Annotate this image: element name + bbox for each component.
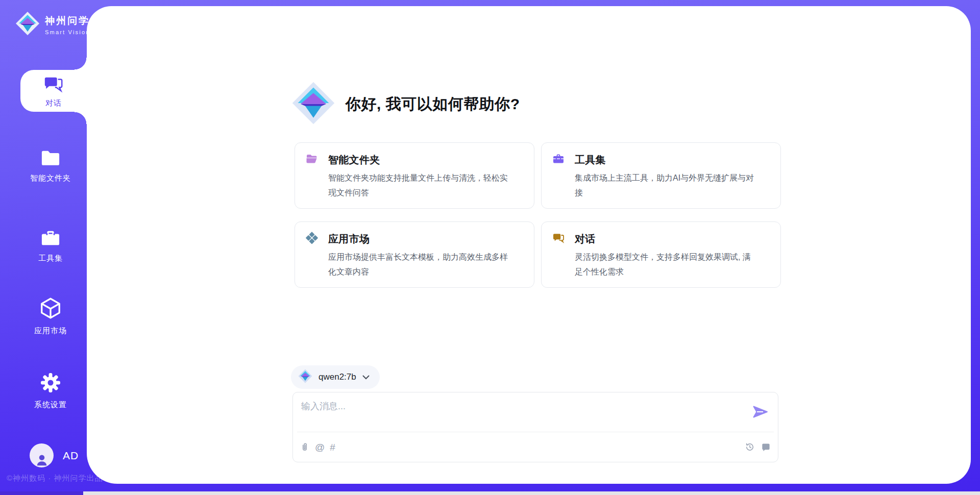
toolbox-icon	[40, 228, 61, 250]
feature-cards: 智能文件夹 智能文件夹功能支持批量文件上传与清洗，轻松实现文件问答 工具集 集成…	[295, 142, 781, 288]
card-title: 对话	[575, 232, 596, 246]
sidebar-item-label: 应用市场	[34, 326, 67, 336]
sidebar-item-label: 系统设置	[34, 400, 67, 410]
gear-icon	[39, 372, 62, 396]
chat-bubble-icon[interactable]	[761, 442, 771, 452]
brand-logo-icon	[15, 11, 40, 38]
brand-name: 神州问学	[45, 14, 90, 28]
sidebar-item-smart-folder[interactable]: 智能文件夹	[12, 148, 89, 183]
sidebar-item-settings[interactable]: 系统设置	[12, 372, 89, 410]
sidebar-item-label: 对话	[45, 98, 62, 108]
send-button[interactable]	[752, 405, 769, 419]
folder-icon	[40, 148, 61, 169]
feature-card-smart-folder[interactable]: 智能文件夹 智能文件夹功能支持批量文件上传与清洗，轻松实现文件问答	[295, 142, 534, 209]
assistant-logo-icon	[291, 81, 335, 127]
card-description: 应用市场提供丰富长文本模板，助力高效生成多样化文章内容	[328, 250, 508, 279]
send-icon	[753, 412, 768, 420]
history-icon[interactable]	[745, 442, 755, 452]
sidebar-item-toolbox[interactable]: 工具集	[12, 228, 89, 263]
avatar	[30, 443, 54, 467]
card-title: 工具集	[575, 153, 606, 167]
chevron-down-icon	[362, 373, 370, 382]
chat-icon	[43, 73, 64, 97]
card-title: 应用市场	[328, 232, 370, 246]
card-description: 灵活切换多模型文件，支持多样回复效果调试, 满足个性化需求	[575, 250, 754, 279]
model-selector[interactable]: qwen2:7b	[291, 365, 380, 389]
card-description: 集成市场上主流工具，助力AI与外界无缝扩展与对接	[575, 170, 754, 200]
app-background: { "brand": { "name": "神州问学", "subtitle":…	[0, 0, 980, 495]
sidebar-item-label: 智能文件夹	[30, 174, 71, 183]
mention-icon[interactable]: @	[315, 442, 325, 452]
hashtag-icon[interactable]: #	[330, 442, 335, 452]
chat-bubbles-icon	[552, 232, 565, 246]
toolbox-icon	[552, 153, 565, 167]
sidebar-item-app-market[interactable]: 应用市场	[12, 296, 89, 336]
tab-curve-bottom	[75, 112, 87, 124]
model-name: qwen2:7b	[318, 372, 356, 382]
scrollbar-corner	[0, 491, 83, 495]
cube-icon	[39, 296, 62, 322]
card-title: 智能文件夹	[328, 153, 380, 167]
message-input[interactable]	[301, 400, 730, 429]
model-logo-icon	[298, 369, 312, 385]
greeting: 你好, 我可以如何帮助你?	[291, 81, 520, 127]
tab-curve-top	[75, 58, 87, 70]
horizontal-scrollbar[interactable]	[0, 491, 980, 495]
user-name: AD	[63, 450, 79, 462]
composer: @ #	[292, 392, 778, 462]
attach-icon[interactable]	[300, 441, 310, 453]
card-description: 智能文件夹功能支持批量文件上传与清洗，轻松实现文件问答	[328, 170, 508, 200]
feature-card-toolbox[interactable]: 工具集 集成市场上主流工具，助力AI与外界无缝扩展与对接	[541, 142, 781, 209]
sidebar-item-label: 工具集	[38, 254, 63, 263]
grid-cube-icon	[306, 232, 318, 246]
feature-card-chat[interactable]: 对话 灵活切换多模型文件，支持多样回复效果调试, 满足个性化需求	[541, 221, 781, 288]
sidebar-item-chat[interactable]: 对话	[20, 70, 87, 112]
folder-open-icon	[306, 153, 318, 167]
brand-subtitle: Smart Vision	[45, 29, 90, 35]
sidebar-footer-text: ©神州数码 · 神州问学出品	[7, 474, 103, 483]
feature-card-app-market[interactable]: 应用市场 应用市场提供丰富长文本模板，助力高效生成多样化文章内容	[295, 221, 534, 288]
user-profile[interactable]: AD	[30, 443, 79, 467]
page-title: 你好, 我可以如何帮助你?	[346, 94, 520, 115]
brand: 神州问学 Smart Vision	[15, 11, 90, 38]
composer-toolbar: @ #	[300, 432, 771, 462]
